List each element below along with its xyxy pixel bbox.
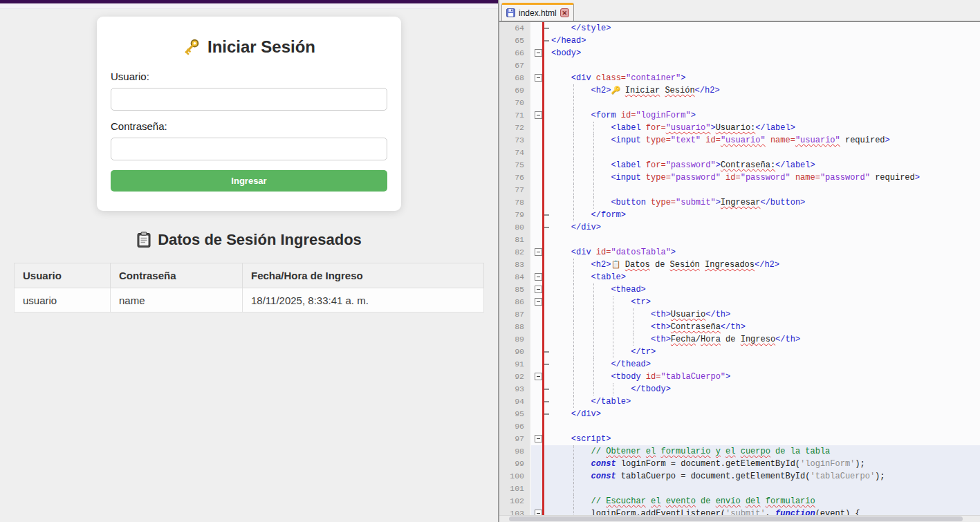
code-line-text[interactable]: <input type="text" id="usuario" name="us… [551,134,980,147]
code-line[interactable]: 85 <thead> [499,283,980,296]
code-line[interactable]: 82 <div id="datosTabla"> [499,246,980,259]
fold-collapse-icon[interactable] [535,248,542,256]
code-line-text[interactable]: </thead> [551,358,980,371]
usuario-input[interactable] [111,88,387,111]
code-line[interactable]: 92 <tbody id="tablaCuerpo"> [499,371,980,383]
code-line-text[interactable]: <thead> [551,283,980,296]
code-line-text[interactable]: </tbody> [551,383,980,395]
fold-margin [531,59,551,72]
code-line[interactable]: 90 </tr> [499,346,980,358]
code-line-text[interactable]: <input type="password" id="password" nam… [551,171,980,184]
code-line[interactable]: 101 [499,483,980,495]
code-line-text[interactable] [551,420,980,433]
line-number: 89 [499,333,531,346]
code-line-text[interactable] [551,59,980,72]
code-line[interactable]: 77 [499,184,980,196]
code-line[interactable]: 98 // Obtener el formulario y el cuerpo … [499,445,980,458]
indent-guide [613,321,613,333]
code-line[interactable]: 83 <h2>📋 Datos de Sesión Ingresados</h2> [499,259,980,271]
fold-collapse-icon[interactable] [535,435,542,442]
fold-collapse-icon[interactable] [535,273,542,281]
horizontal-scrollbar[interactable] [499,515,980,522]
code-line[interactable]: 66<body> [499,47,980,59]
code-editor[interactable]: 64 </style>65</head>66<body>6768 <div cl… [499,22,980,522]
code-line[interactable]: 102 // Escuchar el evento de envío del f… [499,495,980,507]
code-line-text[interactable]: </div> [551,221,980,234]
code-line[interactable]: 78 <button type="submit">Ingresar</butto… [499,196,980,209]
code-line-text[interactable]: <form id="loginForm"> [551,109,980,122]
code-line-text[interactable]: <label for="usuario">Usuario:</label> [551,122,980,134]
fold-collapse-icon[interactable] [535,74,542,82]
code-line[interactable]: 100 const tablaCuerpo = document.getElem… [499,470,980,483]
code-line[interactable]: 87 <th>Usuario</th> [499,308,980,321]
ingresar-button[interactable]: Ingresar [111,170,387,192]
code-line[interactable]: 99 const loginForm = document.getElement… [499,458,980,470]
code-line-text[interactable]: <script> [551,433,980,445]
code-line-text[interactable]: <th>Contraseña</th> [551,321,980,333]
code-line[interactable]: 96 [499,420,980,433]
fold-collapse-icon[interactable] [535,373,542,380]
code-line-text[interactable]: const tablaCuerpo = document.getElementB… [551,470,980,483]
code-line[interactable]: 67 [499,59,980,72]
code-line[interactable]: 84 <table> [499,271,980,283]
code-line-text[interactable] [551,483,980,495]
contrasena-input[interactable] [111,138,387,160]
code-line[interactable]: 97 <script> [499,433,980,445]
tab-index-html[interactable]: index.html ✕ [501,3,574,21]
code-line[interactable]: 68 <div class="container"> [499,72,980,84]
code-line[interactable]: 89 <th>Fecha/Hora de Ingreso</th> [499,333,980,346]
fold-collapse-icon[interactable] [535,298,542,306]
code-line[interactable]: 71 <form id="loginForm"> [499,109,980,122]
code-line[interactable]: 75 <label for="password">Contraseña:</la… [499,159,980,171]
code-line-text[interactable]: <button type="submit">Ingresar</button> [551,196,980,209]
code-line[interactable]: 70 [499,97,980,109]
code-line-text[interactable]: <div id="datosTabla"> [551,246,980,259]
code-line-text[interactable]: </tr> [551,346,980,358]
code-line[interactable]: 88 <th>Contraseña</th> [499,321,980,333]
code-line-text[interactable] [551,147,980,159]
code-line[interactable]: 81 [499,234,980,246]
code-line[interactable]: 80 </div> [499,221,980,234]
code-line-text[interactable]: <tr> [551,296,980,308]
code-line[interactable]: 65</head> [499,35,980,47]
code-line[interactable]: 93 </tbody> [499,383,980,395]
code-line-text[interactable]: <h2>🔑 Iniciar Sesión</h2> [551,84,980,97]
fold-collapse-icon[interactable] [535,111,542,119]
code-line[interactable]: 64 </style> [499,22,980,35]
code-line[interactable]: 79 </form> [499,209,980,221]
code-line[interactable]: 95 </div> [499,408,980,420]
code-line[interactable]: 72 <label for="usuario">Usuario:</label> [499,122,980,134]
code-line[interactable]: 91 </thead> [499,358,980,371]
code-line-text[interactable]: <th>Usuario</th> [551,308,980,321]
code-line[interactable]: 69 <h2>🔑 Iniciar Sesión</h2> [499,84,980,97]
close-icon[interactable]: ✕ [560,8,569,17]
code-line-text[interactable]: </head> [551,35,980,47]
code-line-text[interactable]: // Obtener el formulario y el cuerpo de … [551,445,980,458]
code-line-text[interactable]: <th>Fecha/Hora de Ingreso</th> [551,333,980,346]
code-line-text[interactable] [551,184,980,196]
indent-guide [593,122,594,134]
code-line-text[interactable]: <div class="container"> [551,72,980,84]
fold-collapse-icon[interactable] [535,49,542,57]
code-line[interactable]: 86 <tr> [499,296,980,308]
code-line[interactable]: 94 </table> [499,395,980,408]
code-line-text[interactable]: </style> [551,22,980,35]
code-line[interactable]: 74 [499,147,980,159]
code-line-text[interactable]: <h2>📋 Datos de Sesión Ingresados</h2> [551,259,980,271]
scrollbar-thumb[interactable] [509,516,963,521]
code-line-text[interactable]: <body> [551,47,980,59]
code-line[interactable]: 76 <input type="password" id="password" … [499,171,980,184]
code-lines: 64 </style>65</head>66<body>6768 <div cl… [499,22,980,520]
code-line[interactable]: 73 <input type="text" id="usuario" name=… [499,134,980,147]
code-line-text[interactable]: <tbody id="tablaCuerpo"> [551,371,980,383]
fold-collapse-icon[interactable] [535,286,542,293]
code-line-text[interactable]: </form> [551,209,980,221]
code-line-text[interactable]: <label for="password">Contraseña:</label… [551,159,980,171]
code-line-text[interactable]: </table> [551,395,980,408]
code-line-text[interactable]: <table> [551,271,980,283]
code-line-text[interactable]: // Escuchar el evento de envío del formu… [551,495,980,507]
code-line-text[interactable] [551,234,980,246]
code-line-text[interactable]: const loginForm = document.getElementByI… [551,458,980,470]
code-line-text[interactable]: </div> [551,408,980,420]
code-line-text[interactable] [551,97,980,109]
